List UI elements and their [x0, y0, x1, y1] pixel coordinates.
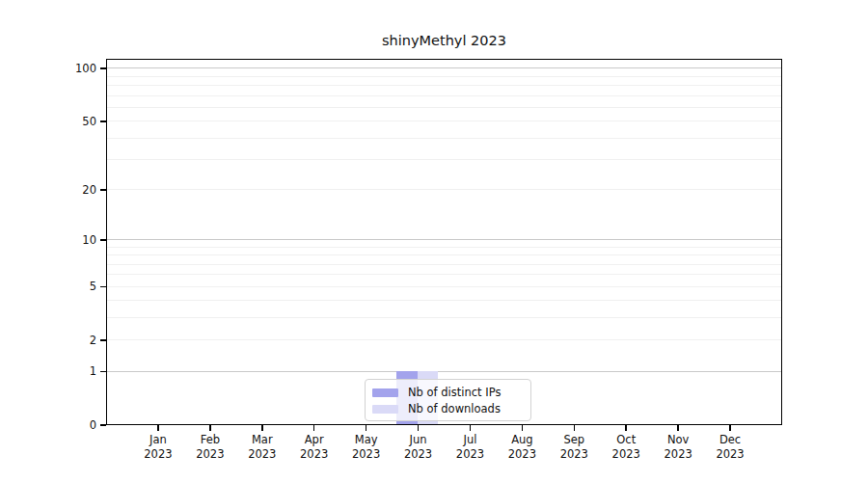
y-tick-10: [100, 239, 106, 241]
x-tick-label-month: Feb: [183, 433, 237, 447]
y-tick-2: [100, 339, 106, 341]
gridline-major-1: [107, 371, 781, 372]
gridline-major-10: [107, 239, 781, 240]
legend-item-downloads: Nb of downloads: [372, 401, 523, 416]
x-tick-mar: [261, 425, 263, 431]
x-tick-label-month: Aug: [495, 433, 549, 447]
x-tick-label-year: 2023: [339, 447, 393, 462]
gridline-minor-90: [107, 76, 781, 77]
x-tick-label-year: 2023: [235, 447, 289, 462]
y-tick-5: [100, 286, 106, 288]
x-tick-label-mar: Mar2023: [235, 433, 289, 462]
x-tick-label-sep: Sep2023: [547, 433, 601, 462]
x-tick-jul: [470, 425, 472, 431]
x-tick-label-year: 2023: [703, 447, 757, 462]
x-tick-label-aug: Aug2023: [495, 433, 549, 462]
x-tick-label-apr: Apr2023: [287, 433, 341, 462]
gridline-minor-20: [107, 189, 781, 190]
x-tick-label-year: 2023: [183, 447, 237, 462]
x-tick-label-year: 2023: [443, 447, 497, 462]
y-tick-50: [100, 120, 106, 122]
y-tick-label-0: 0: [52, 418, 96, 432]
x-tick-label-nov: Nov2023: [651, 433, 705, 462]
x-tick-label-month: Jun: [392, 433, 446, 447]
legend-swatch-downloads: [372, 405, 398, 414]
gridline-minor-7: [107, 264, 781, 265]
legend-item-distinct-ips: Nb of distinct IPs: [372, 385, 523, 400]
gridline-minor-80: [107, 85, 781, 86]
x-tick-label-year: 2023: [392, 447, 446, 462]
x-tick-sep: [574, 425, 576, 431]
x-tick-label-month: Dec: [703, 433, 757, 447]
x-tick-label-month: Apr: [287, 433, 341, 447]
gridline-minor-4: [107, 300, 781, 301]
legend-swatch-distinct-ips: [372, 388, 398, 397]
x-tick-label-month: May: [339, 433, 393, 447]
gridline-minor-2: [107, 339, 781, 340]
x-tick-may: [366, 425, 367, 431]
gridline-minor-60: [107, 107, 781, 108]
x-tick-dec: [729, 425, 731, 431]
x-tick-label-month: Nov: [651, 433, 705, 447]
chart-page: shinyMethyl 2023 Nb of distinct IPs Nb o…: [0, 0, 868, 482]
legend-label-downloads: Nb of downloads: [408, 402, 501, 415]
y-tick-label-5: 5: [52, 280, 96, 293]
y-tick-label-2: 2: [52, 334, 96, 347]
y-tick-20: [100, 189, 106, 191]
x-tick-label-year: 2023: [287, 447, 341, 462]
x-tick-label-year: 2023: [131, 447, 185, 462]
y-tick-label-10: 10: [52, 233, 96, 247]
x-tick-apr: [313, 425, 315, 431]
x-tick-label-year: 2023: [599, 447, 653, 462]
x-tick-label-may: May2023: [339, 433, 393, 462]
chart-title: shinyMethyl 2023: [106, 33, 782, 48]
x-tick-label-feb: Feb2023: [183, 433, 237, 462]
y-tick-label-100: 100: [52, 62, 96, 75]
x-tick-label-jan: Jan2023: [131, 433, 185, 462]
x-tick-label-month: Mar: [235, 433, 289, 447]
x-tick-nov: [677, 425, 679, 431]
x-tick-label-year: 2023: [547, 447, 601, 462]
y-tick-100: [100, 67, 106, 69]
gridline-minor-6: [107, 274, 781, 275]
y-tick-label-1: 1: [52, 364, 96, 378]
plot-area: Nb of distinct IPs Nb of downloads: [106, 59, 782, 425]
x-tick-label-jun: Jun2023: [392, 433, 446, 462]
gridline-minor-50: [107, 120, 781, 121]
x-tick-jun: [418, 425, 420, 431]
x-tick-label-jul: Jul2023: [443, 433, 497, 462]
x-tick-label-month: Sep: [547, 433, 601, 447]
gridline-major-100: [107, 67, 781, 68]
gridline-minor-9: [107, 247, 781, 248]
x-tick-label-month: Jan: [131, 433, 185, 447]
x-tick-feb: [209, 425, 211, 431]
legend-label-distinct-ips: Nb of distinct IPs: [408, 386, 501, 399]
gridline-minor-5: [107, 286, 781, 287]
x-tick-oct: [625, 425, 627, 431]
x-tick-label-dec: Dec2023: [703, 433, 757, 462]
y-tick-label-50: 50: [52, 115, 96, 128]
x-tick-label-year: 2023: [651, 447, 705, 462]
x-tick-label-month: Jul: [443, 433, 497, 447]
gridline-minor-70: [107, 95, 781, 96]
y-tick-0: [100, 424, 106, 426]
x-tick-label-oct: Oct2023: [599, 433, 653, 462]
gridline-minor-3: [107, 317, 781, 318]
gridline-minor-8: [107, 254, 781, 255]
y-tick-label-20: 20: [52, 183, 96, 197]
x-tick-label-year: 2023: [495, 447, 549, 462]
x-tick-aug: [522, 425, 524, 431]
x-tick-jan: [157, 425, 159, 431]
gridline-minor-40: [107, 138, 781, 139]
gridline-minor-30: [107, 159, 781, 160]
y-tick-1: [100, 371, 106, 373]
x-tick-label-month: Oct: [599, 433, 653, 447]
legend: Nb of distinct IPs Nb of downloads: [365, 379, 531, 421]
